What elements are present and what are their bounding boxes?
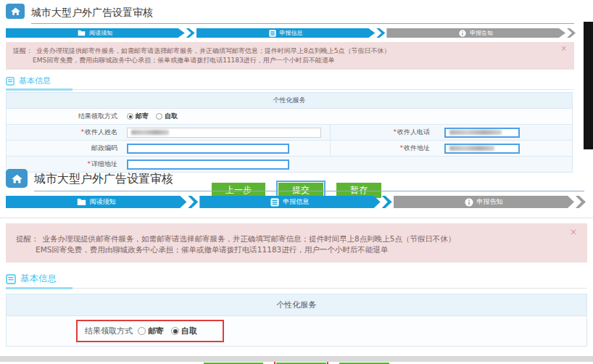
- step-read-notice[interactable]: 阅读须知: [6, 196, 186, 208]
- radio-mail[interactable]: [138, 327, 146, 335]
- info-icon: [459, 30, 466, 37]
- alert-prefix: 提醒：: [16, 233, 39, 244]
- step-label: 阅读须知: [89, 29, 112, 37]
- step-label: 申报告知: [470, 29, 493, 37]
- screenshot-1: 城市大型户外广告设置审核 阅读须知 申报信息 申报告知 × 提醒：: [0, 0, 593, 164]
- screenshot-2: 城市大型户外广告设置审核 阅读须知 申报信息 申报告知 ×: [0, 165, 593, 358]
- title-underline-wrap: 城市大型户外广告设置审核: [31, 4, 574, 24]
- step-declare-notice[interactable]: 申报告知: [394, 196, 574, 208]
- radio-pickup-label: 自取: [181, 326, 197, 336]
- step-declare-info[interactable]: 申报信息: [196, 28, 376, 38]
- step-label: 申报信息: [280, 29, 303, 37]
- alert-line-2: EMS回寄免费，费用由聊城政务中心承担；催单或撤单请拨打电话11183进行，用户…: [13, 56, 552, 65]
- table-header: 个性化服务: [7, 93, 572, 109]
- alert-line-1: 业务办理现提供邮寄件服务，如需邮寄请选择邮寄服务，并正确填写邮寄信息；提件时间早…: [43, 233, 456, 244]
- result-method-label: 结果领取方式: [7, 109, 123, 124]
- section-title: 基本信息: [20, 273, 57, 285]
- redacted-value: [449, 146, 494, 151]
- result-method-row: 结果领取方式 邮寄 自取: [7, 316, 586, 346]
- result-method-row: 结果领取方式 邮寄 自取: [7, 109, 572, 124]
- list-icon: [6, 274, 16, 284]
- step-declare-info[interactable]: 申报信息: [199, 196, 380, 208]
- page-title: 城市大型户外广告设置审核: [34, 172, 173, 186]
- alert-prefix: 提醒：: [13, 46, 33, 56]
- step-bar: 阅读须知 申报信息 申报告知: [6, 196, 587, 208]
- title-underline-wrap: 城市大型户外广告设置审核: [34, 169, 584, 191]
- horizontal-divider: [0, 218, 593, 218]
- form-icon: [269, 30, 276, 37]
- step-chevron-icon: [188, 196, 198, 208]
- step-label: 申报信息: [283, 197, 309, 207]
- section-header: 基本信息: [6, 273, 587, 289]
- section-header: 基本信息: [6, 75, 574, 90]
- folder-icon: [78, 30, 86, 36]
- alert-line-1: 业务办理现提供邮寄件服务，如需邮寄请选择邮寄服务，并正确填写邮寄信息；提件时间早…: [36, 46, 390, 56]
- radio-mail-label: 邮寄: [136, 112, 149, 121]
- section-title: 基本信息: [19, 75, 51, 86]
- alert-banner: × 提醒： 业务办理现提供邮寄件服务，如需邮寄请选择邮寄服务，并正确填写邮寄信息…: [6, 42, 574, 70]
- recipient-address-input[interactable]: [444, 144, 520, 154]
- page-canvas: 城市大型户外广告设置审核 阅读须知 申报信息 申报告知 × 提醒：: [0, 0, 593, 364]
- radio-pickup[interactable]: [171, 327, 179, 335]
- page-title: 城市大型户外广告设置审核: [31, 7, 153, 18]
- alert-line-2: EMS回寄免费，费用由聊城政务中心承担；催单或撤单请拨打电话11183进行，用户…: [16, 244, 563, 255]
- result-method-options: 邮寄 自取: [123, 110, 187, 123]
- radio-annotation-box: 结果领取方式 邮寄 自取: [76, 320, 224, 342]
- result-method-label: 结果领取方式: [85, 326, 133, 336]
- step-read-notice[interactable]: 阅读须知: [6, 28, 185, 38]
- home-icon[interactable]: [6, 4, 25, 19]
- personalized-service-table: 个性化服务 结果领取方式 邮寄 自取 *收件人姓名: [6, 92, 573, 173]
- page-header: 城市大型户外广告设置审核: [0, 165, 593, 191]
- step-label: 申报告知: [477, 197, 503, 207]
- recipient-address-label: *收件地址: [330, 141, 440, 156]
- page-header: 城市大型户外广告设置审核: [0, 0, 593, 24]
- step-bar: 阅读须知 申报信息 申报告知: [6, 28, 577, 38]
- postal-code-label: 邮政编码: [7, 141, 123, 156]
- list-icon: [6, 77, 14, 86]
- info-icon: [465, 198, 473, 207]
- step-declare-notice[interactable]: 申报告知: [386, 28, 565, 38]
- home-icon[interactable]: [6, 169, 28, 188]
- alert-close-icon[interactable]: ×: [561, 45, 567, 52]
- recipient-phone-label: *收件人电话: [330, 125, 440, 140]
- alert-banner: × 提醒： 业务办理现提供邮寄件服务，如需邮寄请选择邮寄服务，并正确填写邮寄信息…: [6, 223, 587, 262]
- postal-code-input[interactable]: [127, 144, 289, 154]
- step-chevron-icon: [576, 196, 586, 208]
- black-edge-strip: [584, 22, 593, 149]
- step-chevron-icon: [382, 196, 392, 208]
- recipient-phone-input[interactable]: [444, 128, 520, 138]
- result-method-options: 邮寄 自取: [138, 326, 202, 336]
- radio-pickup[interactable]: [156, 113, 162, 120]
- recipient-name-input[interactable]: [127, 128, 321, 138]
- step-chevron-icon: [186, 28, 195, 38]
- redacted-value: [131, 130, 169, 135]
- table-row: 邮政编码 *收件地址: [7, 140, 572, 156]
- folder-icon: [77, 198, 86, 206]
- step-label: 阅读须知: [90, 197, 116, 207]
- bottom-scrollbar[interactable]: [0, 356, 593, 362]
- table-header: 个性化服务: [7, 294, 586, 316]
- personalized-service-table: 个性化服务 结果领取方式 邮寄 自取: [6, 294, 587, 347]
- form-icon: [270, 198, 279, 207]
- step-chevron-icon: [376, 28, 385, 38]
- redacted-value: [449, 130, 502, 135]
- radio-pickup-label: 自取: [165, 112, 178, 121]
- alert-close-icon[interactable]: ×: [570, 228, 577, 236]
- radio-mail-label: 邮寄: [148, 326, 164, 336]
- recipient-name-label: *收件人姓名: [7, 125, 123, 140]
- table-row: *收件人姓名 *收件人电话: [7, 124, 572, 140]
- radio-mail[interactable]: [127, 113, 133, 120]
- step-chevron-icon: [567, 28, 576, 38]
